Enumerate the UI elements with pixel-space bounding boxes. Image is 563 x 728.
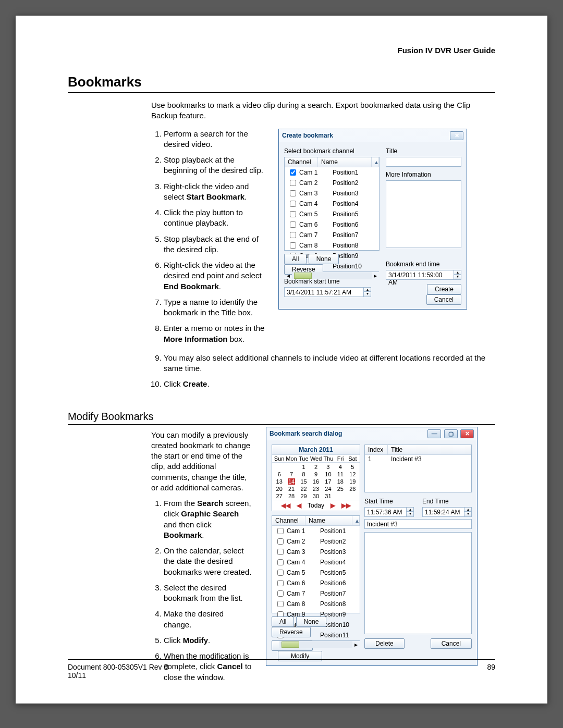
calendar-day[interactable]: 9 — [310, 471, 322, 477]
table-row[interactable]: Cam 6Position6 — [285, 219, 379, 230]
minimize-icon[interactable]: — — [427, 429, 441, 438]
calendar-day[interactable]: 4 — [334, 464, 346, 470]
table-row[interactable]: Cam 7Position7 — [272, 588, 360, 599]
calendar-day[interactable]: 19 — [347, 478, 359, 485]
all-button[interactable]: All — [284, 254, 307, 264]
calendar-day[interactable]: 18 — [334, 478, 346, 485]
calendar-day[interactable]: 14 — [285, 478, 297, 485]
start-time-input[interactable]: 11:57:36 AM — [364, 507, 406, 517]
end-time-input[interactable]: 3/14/2011 11:59:00 AM — [386, 270, 454, 280]
calendar-day[interactable]: 1 — [298, 464, 310, 470]
end-time-input[interactable]: 11:59:24 AM — [422, 507, 464, 517]
calendar-day[interactable]: 30 — [310, 493, 322, 499]
today-button[interactable]: Today — [306, 502, 326, 509]
calendar-day[interactable]: 17 — [322, 478, 334, 485]
calendar-day[interactable]: 28 — [285, 493, 297, 499]
table-row[interactable]: Cam 8Position8 — [272, 599, 360, 609]
calendar-day[interactable]: 15 — [298, 478, 310, 485]
scroll-handle[interactable] — [294, 273, 312, 279]
calendar-day[interactable]: 13 — [273, 478, 285, 485]
row-checkbox[interactable] — [290, 221, 296, 228]
sort-up-icon[interactable]: ▴ — [352, 516, 360, 525]
row-checkbox[interactable] — [290, 211, 296, 217]
cancel-button[interactable]: Cancel — [431, 638, 472, 649]
create-button[interactable]: Create — [427, 284, 461, 294]
calendar-day[interactable]: 26 — [347, 486, 359, 492]
calendar-day[interactable]: 11 — [334, 471, 346, 477]
none-button[interactable]: None — [296, 616, 327, 627]
calendar-day[interactable]: 31 — [322, 493, 334, 499]
row-checkbox[interactable] — [277, 601, 284, 607]
row-checkbox[interactable] — [290, 201, 296, 207]
maximize-icon[interactable]: ▢ — [444, 429, 458, 438]
table-row[interactable]: Cam 4Position4 — [285, 199, 379, 209]
calendar-day[interactable]: 25 — [334, 486, 346, 492]
table-row[interactable]: Cam 3Position3 — [285, 188, 379, 199]
col-name[interactable]: Name — [318, 157, 372, 167]
next-fast-icon[interactable]: ▶▶ — [340, 502, 352, 509]
delete-button[interactable]: Delete — [364, 638, 405, 649]
table-row[interactable]: Cam 1Position1 — [285, 167, 379, 178]
all-button[interactable]: All — [272, 616, 294, 627]
next-icon[interactable]: ▶ — [329, 502, 337, 509]
table-row[interactable]: Cam 2Position2 — [285, 178, 379, 188]
sort-up-icon[interactable]: ▴ — [372, 157, 379, 167]
col-index[interactable]: Index — [365, 445, 388, 454]
row-checkbox[interactable] — [277, 549, 284, 555]
row-checkbox[interactable] — [277, 570, 284, 576]
calendar-day[interactable]: 3 — [322, 464, 334, 470]
title-input[interactable]: Incident #3 — [364, 519, 472, 529]
calendar-day[interactable]: 20 — [273, 486, 285, 492]
calendar-day[interactable]: 24 — [322, 486, 334, 492]
spin-down-icon[interactable]: ▾ — [464, 512, 471, 516]
calendar-day[interactable]: 29 — [298, 493, 310, 499]
calendar-day[interactable]: 8 — [298, 471, 310, 477]
scroll-right-icon[interactable]: ▸ — [352, 641, 360, 648]
col-title[interactable]: Title — [388, 445, 471, 454]
more-info-textarea[interactable] — [386, 180, 461, 248]
table-row[interactable]: Cam 5Position5 — [285, 209, 379, 219]
none-button[interactable]: None — [309, 254, 339, 264]
calendar-day[interactable]: 27 — [273, 493, 285, 499]
row-checkbox[interactable] — [277, 559, 284, 565]
spin-down-icon[interactable]: ▾ — [407, 512, 413, 516]
close-icon[interactable]: ✕ — [450, 131, 463, 140]
prev-fast-icon[interactable]: ◀◀ — [279, 502, 292, 509]
row-checkbox[interactable] — [290, 180, 296, 186]
calendar-day[interactable]: 2 — [310, 464, 322, 470]
table-row[interactable]: Cam 6Position6 — [272, 578, 360, 588]
row-checkbox[interactable] — [277, 538, 284, 545]
calendar-day[interactable]: 16 — [310, 478, 322, 485]
spin-down-icon[interactable]: ▾ — [364, 292, 371, 296]
calendar-day[interactable]: 10 — [322, 471, 334, 477]
table-row[interactable]: Cam 8Position8 — [285, 240, 379, 251]
row-checkbox[interactable] — [277, 590, 284, 597]
table-row[interactable]: Cam 2Position2 — [272, 536, 360, 547]
notes-textarea[interactable] — [364, 532, 472, 634]
row-checkbox[interactable] — [277, 528, 284, 534]
table-row[interactable]: Cam 3Position3 — [272, 547, 360, 557]
scroll-handle[interactable] — [282, 641, 299, 648]
title-input[interactable] — [386, 157, 461, 167]
table-row[interactable]: Cam 7Position7 — [285, 230, 379, 240]
spin-down-icon[interactable]: ▾ — [454, 275, 461, 279]
col-channel[interactable]: Channel — [272, 516, 305, 525]
start-time-input[interactable]: 3/14/2011 11:57:21 AM — [284, 287, 363, 297]
row-checkbox[interactable] — [277, 580, 284, 586]
calendar-day[interactable]: 6 — [273, 471, 285, 477]
calendar-day[interactable]: 5 — [347, 464, 359, 470]
scroll-right-icon[interactable]: ▸ — [372, 272, 379, 279]
calendar-day[interactable]: 23 — [310, 486, 322, 492]
calendar-day[interactable]: 22 — [298, 486, 310, 492]
calendar-day[interactable]: 21 — [285, 486, 297, 492]
row-checkbox[interactable] — [290, 169, 296, 176]
list-item[interactable]: 1Incident #3 — [365, 455, 471, 463]
row-checkbox[interactable] — [290, 190, 296, 196]
row-checkbox[interactable] — [290, 232, 296, 238]
col-channel[interactable]: Channel — [285, 157, 318, 167]
table-row[interactable]: Cam 5Position5 — [272, 567, 360, 578]
calendar-day[interactable]: 12 — [347, 471, 359, 477]
cancel-button[interactable]: Cancel — [426, 294, 461, 305]
reverse-button[interactable]: Reverse — [272, 627, 311, 637]
prev-icon[interactable]: ◀ — [295, 502, 303, 509]
